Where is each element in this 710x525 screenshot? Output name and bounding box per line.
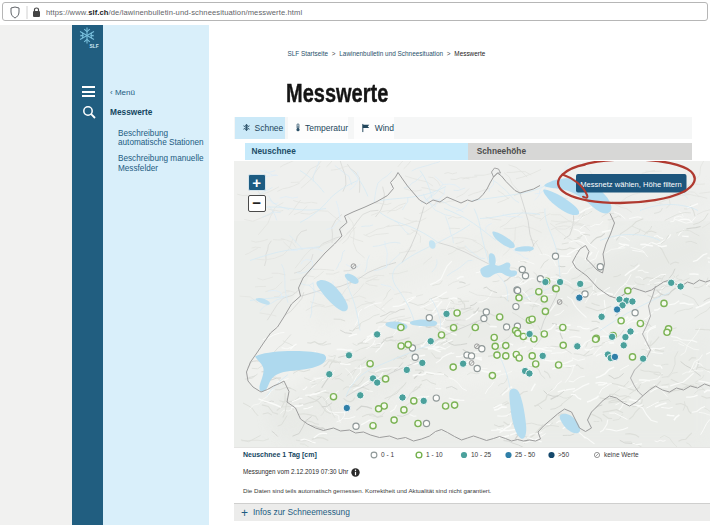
svg-text:SLF: SLF xyxy=(90,44,99,49)
svg-text:Messnetz wählen, Höhe filtern: Messnetz wählen, Höhe filtern xyxy=(580,179,682,188)
